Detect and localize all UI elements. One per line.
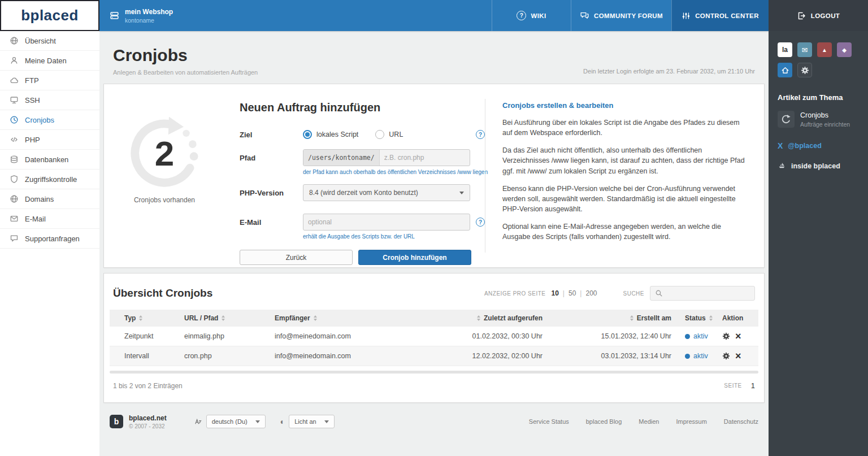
per-page-10[interactable]: 10 (551, 289, 568, 297)
topbar-nav: ? WIKI COMMUNITY FORUM CONTROL CENTER (492, 0, 769, 31)
status-app-icon[interactable]: ▲ (817, 42, 832, 57)
cell-erstellt: 03.01.2032, 13:14 Uhr (549, 352, 678, 360)
sidebar-item-supportanfragen[interactable]: Supportanfragen (0, 229, 99, 249)
theme-icon: ◐ (280, 417, 285, 426)
bplaced-logo[interactable]: bplaced (0, 0, 99, 31)
gear-icon[interactable] (722, 352, 730, 360)
clock-icon (10, 115, 19, 124)
related-article-cronjobs[interactable]: Cronjobs Aufträge einrichten (778, 111, 859, 128)
pfad-hint-link[interactable]: der Pfad kann auch oberhalb des öffentli… (303, 169, 485, 175)
account-title: mein Webshop (125, 8, 173, 16)
nav-community-forum[interactable]: COMMUNITY FORUM (571, 0, 671, 31)
column-header-status[interactable]: Status (678, 314, 715, 322)
table-footer: 1 bis 2 von 2 Einträgen SEITE 1 (104, 374, 764, 402)
pfad-input[interactable] (380, 150, 470, 166)
sidebar-item-php[interactable]: PHP (0, 130, 99, 150)
theme-select[interactable]: Licht an (289, 415, 335, 428)
column-header-zuletzt-aufgerufen[interactable]: Zuletzt aufgerufen (419, 314, 549, 322)
apps-app-icon[interactable]: ◆ (837, 42, 852, 57)
back-button[interactable]: Zurück (240, 250, 353, 265)
footer-link-service-status[interactable]: Service Status (529, 418, 569, 425)
email-hint-link[interactable]: erhält die Ausgabe des Scripts bzw. der … (303, 233, 485, 240)
cell-typ: Intervall (110, 352, 177, 360)
page-subtitle: Anlegen & Bearbeiten von automatisierten… (113, 69, 258, 76)
language-icon (194, 418, 202, 426)
twitter-link[interactable]: X @bplaced (778, 141, 859, 150)
form-heading: Neuen Auftrag hinzufügen (240, 101, 485, 114)
page-label: SEITE (724, 383, 741, 389)
search-input[interactable] (666, 289, 750, 297)
table-row: Intervall cron.php info@meinedomain.com … (110, 346, 758, 366)
right-sidebar: LOGOUT la ✉ ▲ ◆ Artikel zum Thema Cronjo… (769, 0, 868, 456)
chat-icon (10, 234, 19, 243)
theme-value: Licht an (294, 418, 316, 425)
help-paragraph: Ebenso kann die PHP-Version welche bei d… (502, 184, 749, 214)
nav-control-center[interactable]: CONTROL CENTER (671, 0, 769, 31)
webmail-app-icon[interactable]: ✉ (797, 42, 812, 57)
main-menu: Übersicht Meine Daten FTP SSH Cronjobs P… (0, 31, 99, 249)
sidebar-item-ftp[interactable]: FTP (0, 71, 99, 90)
cell-typ: Zeitpunkt (110, 332, 177, 340)
column-header-url-pfad[interactable]: URL / Pfad (177, 314, 268, 322)
nav-wiki[interactable]: ? WIKI (492, 0, 571, 31)
logout-button[interactable]: LOGOUT (769, 0, 868, 31)
pfad-prefix: /users/kontoname/ (303, 150, 380, 166)
forum-icon (580, 11, 589, 20)
account-switcher[interactable]: mein Webshop kontoname (99, 0, 183, 31)
sidebar-item-zugriffskontrolle[interactable]: Zugriffskontrolle (0, 170, 99, 189)
twitter-handle: @bplaced (788, 142, 821, 150)
sidebar-item-label: Domains (25, 195, 54, 203)
footer-link-datenschutz[interactable]: Datenschutz (724, 418, 758, 425)
entries-summary: 1 bis 2 von 2 Einträgen (113, 382, 183, 390)
help-icon[interactable]: ? (476, 218, 485, 227)
sort-icon (314, 315, 317, 321)
pfad-label: Pfad (240, 154, 303, 162)
settings-gear-icon[interactable] (797, 63, 812, 77)
search-box (650, 286, 755, 301)
server-icon (110, 11, 119, 20)
globe-icon (10, 194, 19, 203)
language-select[interactable]: deutsch (Du) (206, 415, 266, 428)
add-cronjob-button[interactable]: Cronjob hinzufügen (358, 250, 471, 265)
article-subtitle: Aufträge einrichten (800, 121, 850, 128)
sidebar-item-domains[interactable]: Domains (0, 189, 99, 209)
inside-bplaced-link[interactable]: inside bplaced (778, 162, 859, 170)
sidebar-item-meine-daten[interactable]: Meine Daten (0, 51, 99, 71)
sidebar-item-label: Cronjobs (25, 116, 54, 124)
home-icon[interactable] (778, 63, 792, 77)
bplaced-footer-logo[interactable]: b (110, 415, 123, 428)
footer-link-impressum[interactable]: Impressum (676, 418, 706, 425)
code-icon (10, 135, 19, 144)
delete-icon[interactable]: × (735, 351, 741, 361)
footer-link-blog[interactable]: bplaced Blog (586, 418, 622, 425)
per-page-50[interactable]: 50 (568, 289, 585, 297)
sidebar-item-uebersicht[interactable]: Übersicht (0, 31, 99, 51)
sidebar-item-ssh[interactable]: SSH (0, 90, 99, 110)
table-row: Zeitpunkt einmalig.php info@meinedomain.… (110, 327, 758, 346)
sidebar-item-email[interactable]: E-Mail (0, 209, 99, 229)
chevron-down-icon (459, 192, 464, 194)
help-heading-link[interactable]: Cronjobs erstellen & bearbeiten (502, 101, 749, 110)
delete-icon[interactable]: × (735, 331, 741, 341)
x-twitter-icon: X (778, 141, 783, 150)
sidebar-item-datenbanken[interactable]: Datenbanken (0, 150, 99, 170)
radio-label: URL (389, 131, 403, 138)
footer-copyright: © 2007 - 2032 (129, 423, 167, 429)
column-header-empfaenger[interactable]: Empfänger (268, 314, 419, 322)
radio-lokales-script[interactable]: lokales Script (303, 130, 358, 139)
per-page-200[interactable]: 200 (585, 289, 597, 297)
php-version-select[interactable]: 8.4 (wird derzeit vom Konto benutzt) (303, 184, 470, 201)
logout-icon (797, 11, 806, 20)
email-input[interactable] (303, 214, 470, 231)
column-header-typ[interactable]: Typ (110, 314, 177, 322)
sidebar-item-label: Zugriffskontrolle (25, 175, 77, 184)
help-icon[interactable]: ? (476, 130, 485, 139)
radio-url[interactable]: URL (375, 130, 403, 139)
app-root: bplaced Übersicht Meine Daten FTP SSH Cr… (0, 0, 868, 456)
footer-link-medien[interactable]: Medien (639, 418, 659, 425)
column-header-erstellt-am[interactable]: Erstellt am (549, 314, 678, 322)
page-number[interactable]: 1 (751, 381, 755, 390)
gear-icon[interactable] (722, 332, 730, 340)
lab-app-icon[interactable]: la (778, 42, 792, 57)
sidebar-item-cronjobs[interactable]: Cronjobs (0, 110, 99, 130)
